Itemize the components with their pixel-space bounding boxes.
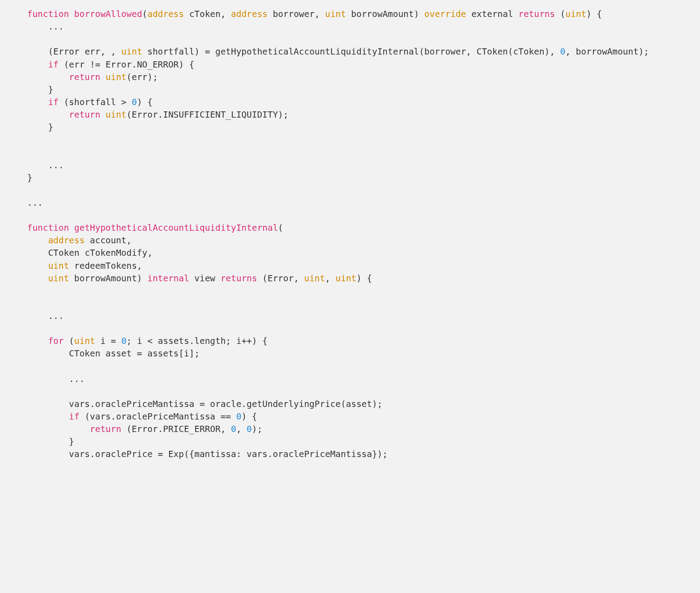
token-num: 0	[132, 97, 137, 107]
token-kw: return	[69, 110, 100, 120]
token-type: uint	[304, 273, 325, 284]
token-kw: function	[27, 9, 69, 19]
token-kw: returns	[518, 9, 555, 19]
token-fn: borrowAllowed	[74, 9, 142, 19]
token-type: uint	[48, 261, 69, 271]
token-kw: function	[27, 223, 69, 233]
token-kw: for	[48, 336, 64, 346]
token-num: 0	[247, 424, 252, 434]
token-kw: return	[69, 72, 100, 82]
token-type: uint	[336, 273, 357, 284]
token-fn: getHypotheticalAccountLiquidityInternal	[74, 223, 278, 233]
token-num: 0	[236, 411, 242, 422]
token-type: uint	[74, 336, 95, 346]
token-kw: if	[48, 97, 58, 107]
token-kw: if	[48, 59, 58, 70]
token-type: uint	[121, 47, 142, 57]
token-kw: internal	[147, 273, 189, 284]
token-kw: if	[69, 411, 79, 422]
token-kw: returns	[221, 273, 257, 284]
token-type: uint	[48, 273, 69, 284]
token-type: uint	[325, 9, 346, 19]
token-num: 0	[560, 47, 566, 57]
token-type: uint	[565, 9, 586, 19]
token-kw: return	[90, 424, 121, 434]
token-mod: override	[424, 9, 466, 19]
token-type: uint	[106, 72, 127, 82]
token-num: 0	[231, 424, 236, 434]
code-block: function borrowAllowed(address cToken, a…	[0, 0, 700, 467]
token-type: address	[231, 9, 268, 19]
token-type: uint	[106, 110, 127, 120]
token-type: address	[48, 235, 85, 246]
token-type: address	[147, 9, 184, 19]
token-num: 0	[121, 336, 127, 346]
